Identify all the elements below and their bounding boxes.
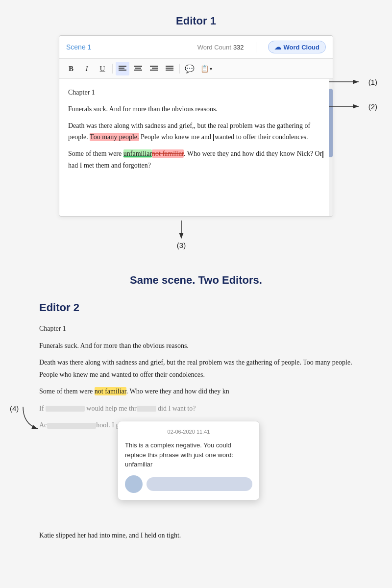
- tooltip-action-button[interactable]: [147, 477, 252, 491]
- word-count-number: 332: [233, 44, 244, 51]
- highlight-unfamiliar: unfamiliar: [123, 149, 152, 158]
- arrow-2-svg: [329, 99, 368, 114]
- editor2-content: Chapter 1 Funerals suck. And for more th…: [39, 323, 372, 541]
- arrow-1-svg: [329, 74, 368, 89]
- editor1-para2: Death was there along with sadness and g…: [68, 120, 324, 144]
- svg-rect-2: [119, 70, 126, 71]
- annotation-3-area: (3): [59, 220, 333, 249]
- redacted-1: [46, 406, 85, 412]
- editor2-para3: Some of them were not familiar. Who were…: [39, 386, 372, 398]
- underline-button[interactable]: U: [96, 62, 109, 75]
- align-right-icon: [150, 66, 158, 72]
- toolbar-separator-2: [179, 64, 180, 74]
- editor1-header: Scene 1 Word Count 332 ☁ Word Cloud: [59, 36, 333, 59]
- highlight-not-familiar: not familiar: [152, 149, 184, 158]
- editor2-para1: Funerals suck. And for more than the obv…: [39, 340, 372, 352]
- bold-button[interactable]: B: [64, 62, 78, 75]
- annotation-4: (4): [10, 404, 45, 434]
- svg-rect-14: [166, 70, 173, 71]
- annotation-2: (2): [329, 99, 377, 114]
- cursor-2: [322, 151, 323, 158]
- svg-rect-13: [166, 68, 173, 69]
- scrollbar[interactable]: [329, 79, 333, 216]
- svg-rect-9: [152, 68, 158, 69]
- word-count-label: Word Count: [197, 44, 231, 51]
- editor2-para4: If would help me thr did I want to?: [39, 403, 372, 415]
- comment-button[interactable]: 💬: [183, 62, 196, 75]
- tooltip-date: 02-06-2020 11:41: [125, 427, 252, 437]
- chapter-heading-1: Chapter 1: [68, 87, 324, 98]
- align-left-button[interactable]: [116, 62, 129, 75]
- editor2-section: Editor 2 Chapter 1 Funerals suck. And fo…: [0, 292, 392, 556]
- scrollbar-thumb: [329, 89, 333, 157]
- annotations-area: (1) (2): [333, 35, 377, 217]
- arrow-3-svg: [162, 220, 201, 240]
- format-chevron: ▾: [210, 66, 212, 72]
- chapter-heading-2: Chapter 1: [39, 323, 372, 335]
- align-justify-icon: [166, 66, 173, 72]
- editor1-wrapper: Scene 1 Word Count 332 ☁ Word Cloud B I: [59, 35, 333, 217]
- align-right-button[interactable]: [147, 62, 161, 75]
- svg-rect-0: [119, 66, 126, 67]
- tooltip-footer: [125, 475, 252, 493]
- italic-button[interactable]: I: [80, 62, 94, 75]
- svg-rect-4: [134, 66, 142, 67]
- annotation-label-1: (1): [368, 78, 377, 86]
- editor2-para6: Katie slipped her had into mine, and I h…: [39, 530, 372, 542]
- highlight-not-familiar-2: not familiar: [95, 387, 126, 395]
- redacted-2: [137, 406, 156, 412]
- annotation-label-2: (2): [368, 102, 377, 111]
- redacted-3: [47, 423, 96, 429]
- annotation-label-4: (4): [10, 404, 19, 413]
- editor1-content[interactable]: Chapter 1 Funerals suck. And for more th…: [59, 79, 333, 216]
- middle-section: Same scene. Two Editors.: [0, 259, 392, 292]
- editor2-para2: Death was there along with sadness and g…: [39, 357, 372, 381]
- word-cloud-button[interactable]: ☁ Word Cloud: [268, 41, 326, 53]
- align-center-icon: [134, 66, 142, 72]
- editor1-title: Editor 1: [176, 15, 216, 27]
- align-left-icon: [119, 66, 126, 72]
- toolbar-separator-1: [112, 64, 113, 74]
- svg-rect-12: [166, 66, 173, 67]
- format-button[interactable]: 📋 ▾: [198, 62, 214, 75]
- svg-rect-10: [150, 70, 158, 71]
- editor1-box: Scene 1 Word Count 332 ☁ Word Cloud B I: [59, 35, 333, 217]
- editor1-para3: Some of them were unfamiliarnot familiar…: [68, 148, 324, 172]
- tooltip-avatar: [125, 475, 143, 493]
- scene-label: Scene 1: [66, 43, 91, 51]
- svg-rect-5: [135, 68, 141, 69]
- cursor-1: [213, 134, 214, 141]
- tooltip-popup: 02-06-2020 11:41 This is a complex negat…: [118, 421, 260, 500]
- annotation-label-3: (3): [177, 241, 186, 249]
- cloud-icon: ☁: [274, 43, 281, 51]
- header-divider: [256, 42, 256, 52]
- tooltip-text: This is a complex negative. You could re…: [125, 441, 252, 469]
- word-count-area: Word Count 332: [197, 44, 244, 51]
- highlight-too-many-people: Too many people.: [90, 133, 139, 141]
- page-container: Editor 1 Scene 1 Word Count 332 ☁ Word C…: [0, 0, 392, 576]
- word-cloud-label: Word Cloud: [284, 44, 319, 51]
- svg-rect-8: [150, 66, 158, 67]
- format-icon: 📋: [200, 65, 209, 73]
- tagline: Same scene. Two Editors.: [10, 274, 382, 287]
- svg-rect-1: [119, 68, 124, 69]
- align-justify-button[interactable]: [163, 62, 176, 75]
- editor1-toolbar: B I U: [59, 59, 333, 79]
- arrow-4-svg: [21, 404, 45, 434]
- align-center-button[interactable]: [131, 62, 145, 75]
- editor1-para1: Funerals suck. And for more than the obv…: [68, 103, 324, 115]
- annotation-1: (1): [329, 74, 377, 89]
- svg-rect-6: [134, 70, 142, 71]
- editor1-section: Editor 1 Scene 1 Word Count 332 ☁ Word C…: [0, 10, 392, 259]
- editor2-title: Editor 2: [39, 301, 372, 314]
